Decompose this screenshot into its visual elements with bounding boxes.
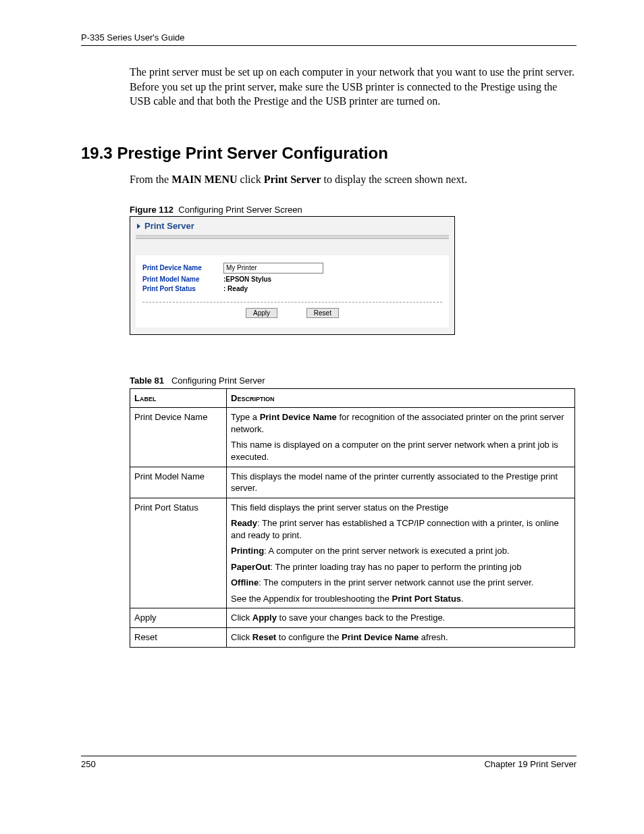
text: This name is displayed on a computer on … xyxy=(231,439,570,463)
table-row: Print Port Status This field displays th… xyxy=(130,498,575,608)
button-row: Apply Reset xyxy=(142,308,442,318)
text: : The printer loading tray has no paper … xyxy=(271,562,522,572)
cell-description: Click Apply to save your changes back to… xyxy=(227,608,575,628)
screenshot-print-server: Print Server Print Device Name Print Mod… xyxy=(130,216,455,335)
label-print-device-name: Print Device Name xyxy=(142,264,223,271)
input-print-device-name[interactable] xyxy=(223,263,323,273)
cell-label: Print Port Status xyxy=(130,498,227,608)
row-device-name: Print Device Name xyxy=(142,263,442,273)
panel-body: Print Device Name Print Model Name :EPSO… xyxy=(136,255,449,328)
text: This displays the model name of the prin… xyxy=(231,471,570,494)
col-description: Description xyxy=(227,388,575,408)
cell-description: Type a Print Device Name for recognition… xyxy=(227,408,575,467)
divider xyxy=(142,302,442,303)
text: From the xyxy=(130,174,171,185)
label-print-model-name: Print Model Name xyxy=(142,276,223,283)
apply-button[interactable]: Apply xyxy=(246,308,277,318)
text-bold: PaperOut xyxy=(231,562,271,572)
page-footer: 250 Chapter 19 Print Server xyxy=(81,756,576,769)
table-header-row: Label Description xyxy=(130,388,575,408)
cell-description: Click Reset to configure the Print Devic… xyxy=(227,627,575,647)
table-label: Table 81 xyxy=(130,375,164,386)
col-label: Label xyxy=(130,388,227,408)
cell-label: Print Device Name xyxy=(130,408,227,467)
text: to configure the xyxy=(276,632,342,642)
text-bold: Print Device Name xyxy=(342,632,419,642)
cell-label: Reset xyxy=(130,627,227,647)
text: : The print server has established a TCP… xyxy=(231,518,559,540)
row-model-name: Print Model Name :EPSON Stylus xyxy=(142,276,442,283)
text-bold: Printing xyxy=(231,546,264,556)
value-print-port-status: : Ready xyxy=(223,285,248,292)
value-print-model-name: :EPSON Stylus xyxy=(223,276,271,283)
text: click xyxy=(238,174,264,185)
table-row: Reset Click Reset to configure the Print… xyxy=(130,627,575,647)
figure-caption: Figure 112 Configuring Print Server Scre… xyxy=(130,205,576,215)
cell-description: This displays the model name of the prin… xyxy=(227,467,575,498)
figure-caption-text: Configuring Print Server Screen xyxy=(178,205,302,215)
chapter-label: Chapter 19 Print Server xyxy=(484,759,576,769)
table-row: Print Device Name Type a Print Device Na… xyxy=(130,408,575,467)
text: . xyxy=(461,594,464,604)
description-table: Label Description Print Device Name Type… xyxy=(130,388,575,648)
running-header: P-335 Series User's Guide xyxy=(81,32,576,46)
intro-paragraph: The print server must be set up on each … xyxy=(130,65,576,109)
text: Click xyxy=(231,632,252,642)
table-caption-text: Configuring Print Server xyxy=(171,375,265,386)
text-bold: Reset xyxy=(252,632,276,642)
text-bold: Offline xyxy=(231,577,259,588)
text-bold: Print Server xyxy=(264,174,321,185)
section-intro: From the MAIN MENU click Print Server to… xyxy=(130,174,576,186)
panel-title: Print Server xyxy=(130,217,454,234)
text: to save your changes back to the Prestig… xyxy=(277,613,445,623)
figure-label: Figure 112 xyxy=(130,205,173,215)
section-heading: 19.3 Prestige Print Server Configuration xyxy=(81,144,576,163)
text: Click xyxy=(231,613,252,623)
text-bold: Print Port Status xyxy=(392,594,462,604)
divider xyxy=(136,235,449,239)
text-bold: Print Device Name xyxy=(260,412,337,422)
panel-title-text: Print Server xyxy=(144,221,194,231)
text: Type a xyxy=(231,412,260,422)
table-row: Apply Click Apply to save your changes b… xyxy=(130,608,575,628)
text: : A computer on the print server network… xyxy=(264,546,509,556)
reset-button[interactable]: Reset xyxy=(306,308,339,318)
text-bold: MAIN MENU xyxy=(171,174,237,185)
text: : The computers in the print server netw… xyxy=(259,577,533,588)
text: This field displays the print server sta… xyxy=(231,502,570,514)
arrow-right-icon xyxy=(137,224,140,229)
text-bold: Apply xyxy=(252,613,277,623)
text: afresh. xyxy=(419,632,448,642)
label-print-port-status: Print Port Status xyxy=(142,285,223,292)
row-port-status: Print Port Status : Ready xyxy=(142,285,442,292)
page-number: 250 xyxy=(81,759,96,769)
table-caption: Table 81 Configuring Print Server xyxy=(130,375,576,386)
table-row: Print Model Name This displays the model… xyxy=(130,467,575,498)
cell-label: Apply xyxy=(130,608,227,628)
text-bold: Ready xyxy=(231,518,257,528)
text: to display the screen shown next. xyxy=(321,174,467,185)
text: See the Appendix for troubleshooting the xyxy=(231,594,392,604)
cell-description: This field displays the print server sta… xyxy=(227,498,575,608)
cell-label: Print Model Name xyxy=(130,467,227,498)
